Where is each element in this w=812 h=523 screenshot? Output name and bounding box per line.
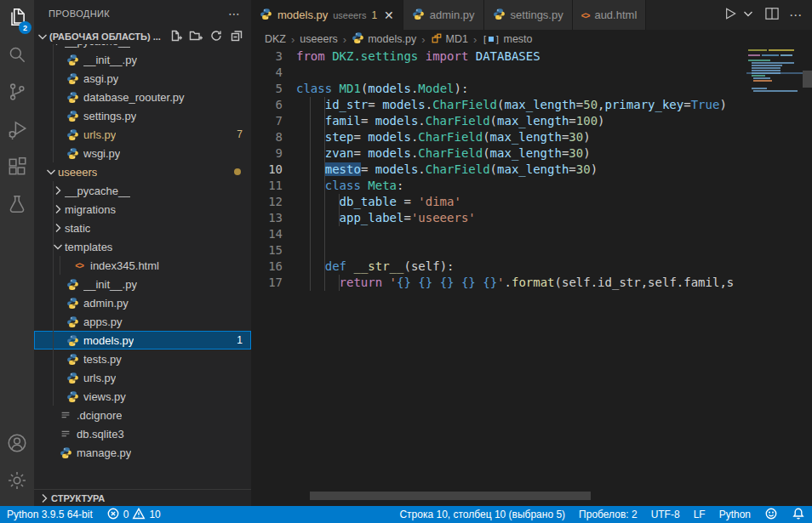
line-number: 11	[251, 178, 296, 194]
code-line-8[interactable]: 8 step= models.CharField(max_length=30)	[251, 129, 812, 145]
more-actions[interactable]: ⋯	[789, 8, 802, 23]
tree-item-.dcignore[interactable]: .dcignore	[34, 406, 251, 424]
python-file-icon	[65, 315, 80, 328]
new-file-button[interactable]	[168, 29, 183, 44]
code-line-16[interactable]: 16 def __str__(self):	[251, 259, 812, 275]
collapse-all-button[interactable]	[229, 29, 244, 44]
tab-settings.py[interactable]: settings.py	[484, 0, 573, 30]
tree-item-__init__.py[interactable]: __init__.py	[34, 50, 251, 69]
code-line-4[interactable]: 4	[251, 65, 812, 81]
python-file-icon	[65, 389, 80, 403]
activitybar-accounts[interactable]	[0, 426, 34, 463]
tree-item-settings.py[interactable]: settings.py	[34, 106, 251, 125]
tree-item-__init__.py[interactable]: __init__.py	[34, 275, 251, 293]
beaker-icon	[6, 193, 28, 219]
activitybar-run-debug[interactable]	[0, 112, 34, 150]
run-dropdown[interactable]	[741, 7, 755, 24]
tree-item-templates[interactable]: templates	[34, 237, 251, 256]
explorer-title: ПРОВОДНИК	[49, 9, 110, 19]
tab-models.py[interactable]: models.pyuseeers1✕	[251, 0, 403, 30]
tree-item-tests.py[interactable]: tests.py	[34, 350, 251, 368]
tree-item-models.py[interactable]: models.py1	[34, 331, 251, 350]
tree-item-apps.py[interactable]: apps.py	[34, 312, 251, 331]
status-indentation[interactable]: Пробелов: 2	[572, 506, 644, 523]
tree-item-__pycache__[interactable]: __pycache__	[34, 44, 251, 50]
breadcrumb-useeers[interactable]: useeers	[300, 33, 337, 45]
class-symbol-icon	[431, 32, 443, 47]
outline-section-header[interactable]: СТРУКТУРА	[34, 489, 251, 506]
status-language-mode[interactable]: Python	[712, 506, 758, 523]
python-file-icon	[65, 277, 80, 291]
breadcrumb-DKZ[interactable]: DKZ	[265, 33, 286, 45]
workspace-section-header[interactable]: (РАБОЧАЯ ОБЛАСТЬ) ...	[34, 27, 251, 46]
split-icon	[763, 5, 781, 26]
code-line-9[interactable]: 9 zvan= models.CharField(max_length=30)	[251, 145, 812, 162]
file-tree: __pycache____init__.pyasgi.pydatabase_ro…	[34, 44, 251, 489]
tree-item-static[interactable]: static	[34, 219, 251, 237]
tree-item-__pycache__[interactable]: __pycache__	[34, 181, 251, 200]
new-folder-button[interactable]	[188, 29, 203, 44]
breadcrumb-separator: ›	[472, 33, 478, 46]
tree-item-wsgi.py[interactable]: wsgi.py	[34, 144, 251, 162]
breadcrumb-MD1[interactable]: MD1	[431, 32, 468, 47]
activitybar-explorer[interactable]: 2	[0, 0, 34, 37]
status-python-interpreter[interactable]: Python 3.9.5 64-bit	[0, 506, 100, 523]
code-line-11[interactable]: 11 class Meta:	[251, 178, 812, 194]
code-line-15[interactable]: 15	[251, 242, 812, 259]
activitybar-search[interactable]	[0, 37, 34, 75]
tab-admin.py[interactable]: admin.py	[403, 0, 484, 30]
code-line-10[interactable]: 10 mesto= models.CharField(max_length=30…	[251, 162, 812, 178]
close-icon[interactable]: ✕	[384, 9, 394, 22]
tree-item-views.py[interactable]: views.py	[34, 387, 251, 406]
views-more-icon[interactable]: ⋯	[228, 7, 241, 20]
tree-item-urls.py[interactable]: urls.py	[34, 368, 251, 387]
run-button[interactable]	[721, 5, 738, 26]
breadcrumb-mesto[interactable]: []mesto	[482, 33, 532, 45]
code-line-6[interactable]: 6 id_str= models.CharField(max_length=50…	[251, 97, 812, 113]
tree-item-index345.html[interactable]: <>index345.html	[34, 256, 251, 275]
activitybar-testing[interactable]	[0, 187, 34, 225]
status-notifications[interactable]	[785, 506, 812, 523]
chevron-right-icon	[37, 492, 51, 505]
tree-item-urls.py[interactable]: urls.py7	[34, 125, 251, 144]
activitybar-settings[interactable]	[0, 463, 34, 501]
breadcrumb-models.py[interactable]: models.py	[352, 31, 416, 47]
activity-bar: 2	[0, 0, 34, 506]
code-line-17[interactable]: 17 return '{} {} {} {} {}'.format(self.i…	[251, 275, 812, 291]
split-editor-button[interactable]	[763, 5, 781, 26]
tab-aud.html[interactable]: <>aud.html	[573, 0, 647, 30]
status-eol[interactable]: LF	[687, 506, 712, 523]
code-line-7[interactable]: 7 famil= models.CharField(max_length=100…	[251, 113, 812, 129]
tree-item-manage.py[interactable]: manage.py	[34, 443, 251, 462]
refresh-button[interactable]	[209, 29, 224, 44]
code-editor[interactable]: 3from DKZ.settings import DATABASES45cla…	[251, 48, 812, 506]
status-cursor-position[interactable]: Строка 10, столбец 10 (выбрано 5)	[392, 506, 572, 523]
field-symbol-icon: []	[482, 34, 500, 45]
status-problems[interactable]: 010	[100, 506, 168, 523]
tree-item-db.sqlite3[interactable]: db.sqlite3	[34, 424, 251, 443]
minimap[interactable]	[746, 49, 803, 94]
code-line-13[interactable]: 13 app_label='useeers'	[251, 210, 812, 226]
error-icon	[106, 507, 120, 523]
activitybar-extensions[interactable]	[0, 150, 34, 187]
code-line-5[interactable]: 5class MD1(models.Model):	[251, 81, 812, 97]
status-encoding[interactable]: UTF-8	[644, 506, 687, 523]
line-number: 14	[251, 226, 296, 242]
outline-title: СТРУКТУРА	[51, 493, 105, 503]
tree-item-database_roouter.py[interactable]: database_roouter.py	[34, 88, 251, 106]
tree-item-migrations[interactable]: migrations	[34, 200, 251, 219]
line-number: 7	[251, 113, 296, 129]
activitybar-source-control[interactable]	[0, 75, 34, 112]
code-line-14[interactable]: 14	[251, 226, 812, 242]
code-line-3[interactable]: 3from DKZ.settings import DATABASES	[251, 48, 812, 65]
vertical-scrollbar[interactable]	[803, 71, 812, 88]
tree-item-asgi.py[interactable]: asgi.py	[34, 69, 251, 88]
config-file-icon	[58, 408, 73, 422]
python-file-icon	[65, 333, 80, 347]
horizontal-scrollbar[interactable]	[310, 492, 591, 500]
status-feedback[interactable]	[758, 506, 785, 523]
code-line-12[interactable]: 12 db_table = 'dima'	[251, 194, 812, 210]
tree-item-admin.py[interactable]: admin.py	[34, 293, 251, 312]
editor-group: models.pyuseeers1✕admin.pysettings.py<>a…	[251, 0, 812, 506]
tree-item-useeers[interactable]: useeers	[34, 162, 251, 181]
